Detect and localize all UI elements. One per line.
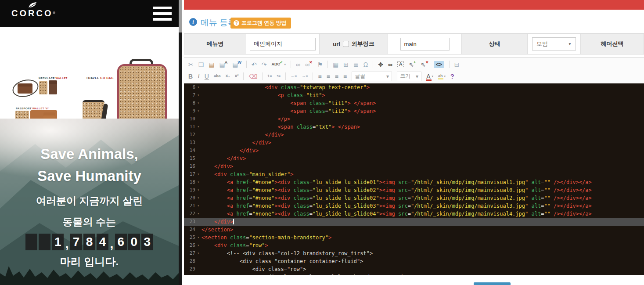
- numbered-list-icon[interactable]: 1≡: [267, 74, 272, 78]
- code-line[interactable]: 17▾ <div class="main_slider">: [184, 170, 644, 178]
- program-link-help-button[interactable]: ? 프로그램 연동 방법: [230, 18, 291, 29]
- anchor-icon[interactable]: ⚑: [317, 61, 323, 68]
- fold-caret-icon[interactable]: ▾: [195, 242, 201, 249]
- align-justify-icon[interactable]: ≡: [343, 73, 347, 79]
- code-line[interactable]: 25▾<section class="section-main-brandsto…: [184, 234, 644, 242]
- help-icon[interactable]: ?: [450, 73, 454, 79]
- code-text: <span class="tit2"> </span>: [201, 107, 644, 115]
- code-line[interactable]: 27▾ <!-- <div class="col-12 brandstory_r…: [184, 249, 644, 257]
- code-line[interactable]: 15 </div>: [184, 155, 644, 162]
- fold-caret-icon[interactable]: ▾: [195, 178, 201, 186]
- source-code-area[interactable]: 6▾ <div class="txtwrap text-center">7▾ <…: [184, 83, 644, 275]
- fold-caret-empty: [195, 147, 201, 155]
- code-line[interactable]: 20▾ <a href="#none"><div class="lu_slide…: [184, 194, 644, 202]
- fold-caret-icon[interactable]: ▾: [195, 210, 201, 218]
- code-line[interactable]: 11▾ <span class="txt"> </span>: [184, 123, 644, 131]
- bulleted-list-icon[interactable]: •≡: [277, 74, 281, 78]
- specialchar-icon[interactable]: Ω: [363, 61, 368, 68]
- brand-logo[interactable]: CORCO®: [11, 2, 54, 25]
- subscript-icon[interactable]: X₂: [225, 74, 230, 78]
- selectall-icon[interactable]: A: [397, 61, 404, 67]
- bg-color-icon[interactable]: ab▾: [438, 74, 446, 78]
- table-icon[interactable]: ⊞: [343, 61, 349, 68]
- copy-icon[interactable]: ❏: [198, 61, 204, 68]
- code-line[interactable]: 12 </div>: [184, 131, 644, 139]
- fold-caret-icon[interactable]: ▾: [195, 234, 201, 242]
- fold-caret-icon[interactable]: ▾: [195, 202, 201, 210]
- code-line[interactable]: 29 <div class="row">: [184, 265, 644, 273]
- url-input[interactable]: [400, 38, 450, 51]
- toolbar-separator: [291, 61, 291, 68]
- code-line[interactable]: 23 </div>: [184, 218, 644, 226]
- code-line[interactable]: 28 <div class="container container-fluid…: [184, 257, 644, 265]
- fold-caret-icon[interactable]: ▾: [195, 99, 201, 107]
- fold-caret-icon[interactable]: ▾: [195, 83, 201, 91]
- fold-caret-icon[interactable]: ▾: [195, 186, 201, 194]
- fold-caret-icon[interactable]: ▾: [195, 107, 201, 115]
- code-line[interactable]: 21▾ <a href="#none"><div class="lu_slide…: [184, 202, 644, 210]
- text-color-icon[interactable]: A▾: [426, 73, 433, 79]
- strikethrough-icon[interactable]: abc: [214, 74, 221, 78]
- animal-counter: 1,784,603: [0, 233, 179, 251]
- code-line[interactable]: 26▾ <div class="row">: [184, 242, 644, 249]
- code-line[interactable]: 16 </div>: [184, 162, 644, 170]
- maximize-icon[interactable]: ✥: [378, 61, 383, 68]
- code-line[interactable]: 13 </div>: [184, 139, 644, 147]
- code-line[interactable]: 14 </div>: [184, 147, 644, 155]
- align-right-icon[interactable]: ≡: [335, 73, 338, 79]
- source-icon[interactable]: <>: [434, 61, 444, 68]
- line-number: 25: [184, 234, 195, 242]
- code-line[interactable]: 7▾ <p class="tit">: [184, 91, 644, 99]
- paste-text-icon[interactable]: ▤A: [219, 61, 228, 68]
- preview-scrollbar[interactable]: [179, 0, 182, 285]
- paste-word-icon[interactable]: ▤W: [232, 61, 241, 68]
- italic-icon[interactable]: I: [198, 73, 200, 79]
- fold-caret-icon[interactable]: ▾: [195, 91, 201, 99]
- size-dropdown[interactable]: 크기▾: [397, 72, 421, 81]
- indent-icon[interactable]: →≡: [302, 74, 308, 78]
- status-select[interactable]: 보임 ▼: [532, 37, 576, 51]
- code-line[interactable]: 9▾ <span class="tit2"> </span>: [184, 107, 644, 115]
- unlink-icon[interactable]: ∞✕: [305, 61, 313, 68]
- counter-comma: ,: [65, 233, 69, 251]
- paste-icon[interactable]: ▤: [209, 61, 214, 68]
- image-icon[interactable]: ▦: [333, 61, 338, 68]
- removeformat-icon[interactable]: ⌫: [248, 73, 257, 79]
- snippet-add-icon[interactable]: ⇖+: [409, 61, 416, 68]
- find-icon[interactable]: ∞: [388, 61, 392, 68]
- outdent-icon[interactable]: ←≡: [291, 74, 297, 78]
- code-line[interactable]: 6▾ <div class="txtwrap text-center">: [184, 83, 644, 91]
- redo-icon[interactable]: ↷: [262, 61, 267, 68]
- spellcheck-icon[interactable]: ABC✓▾: [271, 62, 286, 66]
- print-icon[interactable]: ⊟: [454, 61, 460, 68]
- fold-caret-icon[interactable]: ▾: [195, 123, 201, 131]
- bold-icon[interactable]: B: [188, 73, 193, 79]
- code-line[interactable]: 10 </p>: [184, 115, 644, 123]
- snippet-remove-icon[interactable]: ⇖✕: [421, 61, 428, 68]
- font-dropdown[interactable]: 글꼴▾: [352, 72, 392, 81]
- align-center-icon[interactable]: ≡: [327, 73, 330, 79]
- fold-caret-icon[interactable]: ▾: [195, 194, 201, 202]
- code-text: <a href="#none"><div class="lu_slide lu_…: [201, 186, 644, 194]
- hline-icon[interactable]: ≣: [353, 61, 359, 68]
- code-line[interactable]: 19▾ <a href="#none"><div class="lu_slide…: [184, 186, 644, 194]
- code-line[interactable]: 8▾ <span class="tit1"> </span>: [184, 99, 644, 107]
- undo-icon[interactable]: ↶: [252, 61, 257, 68]
- save-button[interactable]: 저장하기: [474, 282, 511, 285]
- link-icon[interactable]: ∞: [296, 61, 300, 68]
- fold-caret-icon[interactable]: ▾: [195, 170, 201, 178]
- scrollbar-thumb[interactable]: [179, 0, 182, 32]
- underline-icon[interactable]: U: [205, 73, 209, 79]
- line-number: 10: [184, 115, 195, 123]
- counter-digit-box: 6: [115, 234, 127, 250]
- superscript-icon[interactable]: X²: [234, 74, 238, 78]
- external-link-checkbox[interactable]: [343, 41, 349, 47]
- cut-icon[interactable]: ✂: [188, 61, 194, 68]
- code-line[interactable]: 22▾ <a href="#none"><div class="lu_slide…: [184, 210, 644, 218]
- code-line[interactable]: 18▾ <a href="#none"><div class="lu_slide…: [184, 178, 644, 186]
- menu-name-input[interactable]: [250, 38, 316, 51]
- align-left-icon[interactable]: ≡: [318, 73, 321, 79]
- code-line[interactable]: 24</section>: [184, 226, 644, 234]
- fold-caret-icon[interactable]: ▾: [195, 249, 201, 257]
- hamburger-menu-icon[interactable]: [153, 7, 172, 21]
